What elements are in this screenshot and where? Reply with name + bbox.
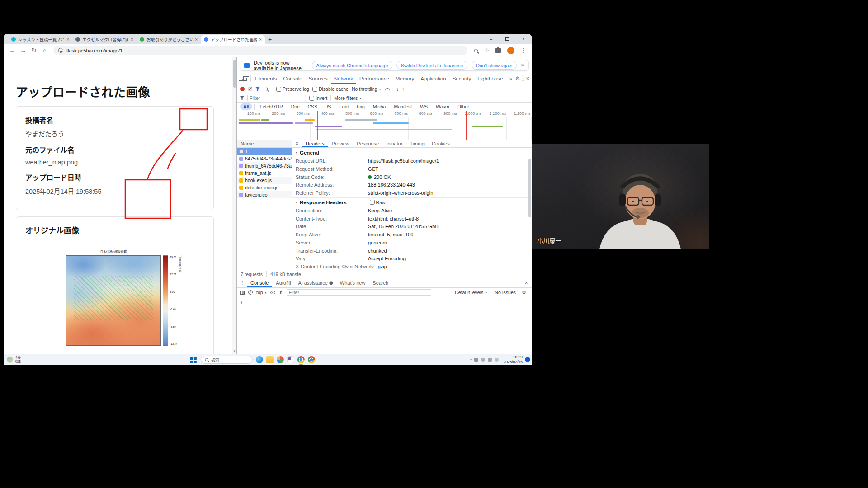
tab-response[interactable]: Response bbox=[353, 140, 383, 147]
console-sidebar-icon[interactable] bbox=[240, 291, 245, 295]
tab-console-drawer[interactable]: Console bbox=[247, 278, 272, 287]
tab-initiator[interactable]: Initiator bbox=[382, 140, 406, 147]
network-request-row[interactable]: 6475dd46-73a4-49cf-9... bbox=[237, 155, 292, 162]
tray-icon[interactable] bbox=[481, 358, 485, 362]
tab-application[interactable]: Application bbox=[417, 73, 449, 84]
devtools-close-icon[interactable]: × bbox=[526, 73, 530, 84]
checkbox[interactable] bbox=[370, 200, 375, 205]
chip-js[interactable]: JS bbox=[322, 103, 334, 110]
general-section-header[interactable]: ▾General bbox=[292, 148, 532, 157]
network-overview[interactable]: 100 ms 200 ms 300 ms 400 ms 500 ms 600 m… bbox=[237, 111, 532, 140]
network-filter-input[interactable] bbox=[247, 95, 306, 101]
drawer-menu-icon[interactable]: ⋮ bbox=[238, 278, 247, 287]
forward-icon[interactable]: → bbox=[18, 46, 28, 56]
taskbar-app-chrome-2[interactable] bbox=[308, 356, 315, 363]
profile-avatar[interactable] bbox=[507, 47, 514, 54]
extensions-icon[interactable] bbox=[495, 48, 501, 53]
search-icon[interactable] bbox=[263, 86, 269, 92]
back-icon[interactable]: ← bbox=[7, 46, 17, 56]
taskbar-weather-widget[interactable]: 今後収益 bbox=[4, 354, 24, 365]
notification-badge[interactable] bbox=[525, 357, 530, 362]
browser-tab-1[interactable]: レッスン・投稿一覧 パソコン仕事 5 × bbox=[8, 35, 72, 44]
bookmark-star-icon[interactable]: ☆ bbox=[482, 46, 492, 56]
chip-font[interactable]: Font bbox=[336, 103, 352, 110]
window-close-button[interactable]: × bbox=[515, 34, 532, 44]
clear-console-icon[interactable] bbox=[248, 290, 253, 295]
taskbar-app-widgets[interactable] bbox=[256, 356, 263, 363]
chip-img[interactable]: Img bbox=[354, 103, 368, 110]
tab-close-icon[interactable]: × bbox=[259, 37, 262, 42]
site-info-icon[interactable] bbox=[58, 48, 63, 53]
checkbox[interactable] bbox=[309, 96, 314, 101]
chip-manifest[interactable]: Manifest bbox=[391, 103, 415, 110]
taskbar-search[interactable]: 検索 bbox=[201, 356, 253, 364]
taskbar-app-notes[interactable] bbox=[287, 356, 294, 363]
tab-whats-new[interactable]: What's new bbox=[336, 278, 369, 287]
tab-close-icon[interactable]: × bbox=[131, 37, 133, 42]
tab-search[interactable]: Search bbox=[369, 278, 392, 287]
zoom-icon[interactable] bbox=[471, 46, 481, 56]
tab-performance[interactable]: Performance bbox=[356, 73, 392, 84]
network-request-row[interactable]: hook-exec.js bbox=[237, 177, 292, 184]
details-scrollbar[interactable] bbox=[528, 159, 531, 217]
console-prompt[interactable]: › bbox=[237, 297, 532, 354]
chip-fetch-xhr[interactable]: Fetch/XHR bbox=[256, 103, 286, 110]
chip-wasm[interactable]: Wasm bbox=[433, 103, 452, 110]
tab-sources[interactable]: Sources bbox=[306, 73, 331, 84]
tab-ai-assistance[interactable]: AI assistance bbox=[294, 278, 336, 287]
scrollbar-thumb[interactable] bbox=[233, 60, 236, 88]
chip-doc[interactable]: Doc bbox=[288, 103, 303, 110]
window-minimize-button[interactable]: – bbox=[483, 34, 499, 44]
drawer-close-icon[interactable]: × bbox=[522, 278, 531, 287]
network-request-row[interactable]: thumb_6475dd46-73a4... bbox=[237, 162, 292, 169]
chip-media[interactable]: Media bbox=[370, 103, 389, 110]
home-icon[interactable]: ⌂ bbox=[40, 46, 50, 56]
chip-ws[interactable]: WS bbox=[417, 103, 431, 110]
network-request-row[interactable]: detector-exec.js bbox=[237, 184, 292, 191]
tab-timing[interactable]: Timing bbox=[406, 140, 428, 147]
more-filters-dropdown[interactable]: More filters▾ bbox=[334, 95, 361, 101]
record-icon[interactable] bbox=[240, 87, 245, 91]
preserve-log-checkbox[interactable]: Preserve log bbox=[276, 86, 309, 92]
taskbar-app-photos[interactable] bbox=[277, 356, 284, 363]
checkbox[interactable] bbox=[312, 87, 317, 92]
tab-memory[interactable]: Memory bbox=[392, 73, 418, 84]
browser-tab-3[interactable]: お取引ありがとうございます × bbox=[137, 35, 201, 44]
network-request-row[interactable]: favicon.ico bbox=[237, 191, 292, 198]
taskbar-app-explorer[interactable] bbox=[266, 356, 274, 363]
scrollbar-down-arrow[interactable]: ▾ bbox=[232, 349, 236, 353]
match-language-button[interactable]: Always match Chrome's language bbox=[312, 61, 392, 70]
page-scrollbar[interactable]: ▾ bbox=[232, 57, 236, 354]
banner-close-icon[interactable]: × bbox=[521, 62, 524, 69]
invert-checkbox[interactable]: Invert bbox=[309, 95, 327, 101]
network-conditions-icon[interactable] bbox=[384, 88, 390, 91]
taskbar-clock[interactable]: 10:29 2025/02/15 bbox=[503, 355, 523, 365]
tab-security[interactable]: Security bbox=[449, 73, 475, 84]
throttling-dropdown[interactable]: No throttling▾ bbox=[352, 86, 381, 92]
console-settings-icon[interactable]: ⚙ bbox=[519, 288, 528, 297]
tray-icon[interactable] bbox=[495, 358, 499, 362]
devtools-menu-icon[interactable]: ⋮ bbox=[520, 73, 526, 84]
close-details-icon[interactable]: × bbox=[292, 141, 302, 147]
import-har-icon[interactable]: ↓ bbox=[396, 86, 399, 92]
browser-tab-2[interactable]: エクセルマクロ習得に関係する4つ × bbox=[72, 35, 137, 44]
inspect-icon[interactable] bbox=[239, 73, 244, 84]
tab-network[interactable]: Network bbox=[331, 73, 356, 84]
browser-tab-active[interactable]: アップロードされた画像 × bbox=[201, 35, 265, 44]
tray-icon[interactable] bbox=[474, 358, 478, 362]
tab-close-icon[interactable]: × bbox=[195, 37, 198, 42]
disable-cache-checkbox[interactable]: Disable cache bbox=[312, 86, 349, 92]
filter-icon[interactable] bbox=[255, 87, 260, 91]
response-headers-section-header[interactable]: ▾Response HeadersRaw bbox=[292, 197, 532, 207]
context-dropdown[interactable]: top▾ bbox=[256, 290, 267, 295]
chip-css[interactable]: CSS bbox=[304, 103, 321, 110]
start-button[interactable] bbox=[190, 357, 193, 360]
export-har-icon[interactable]: ↑ bbox=[402, 86, 405, 92]
dont-show-again-button[interactable]: Don't show again bbox=[472, 61, 517, 70]
live-expression-icon[interactable] bbox=[270, 291, 275, 294]
issues-counter[interactable]: No Issues bbox=[495, 290, 516, 295]
chip-all[interactable]: All bbox=[240, 103, 252, 110]
checkbox[interactable] bbox=[276, 87, 281, 92]
log-levels-dropdown[interactable]: Default levels▾ bbox=[455, 290, 487, 295]
tab-headers[interactable]: Headers bbox=[302, 140, 328, 147]
